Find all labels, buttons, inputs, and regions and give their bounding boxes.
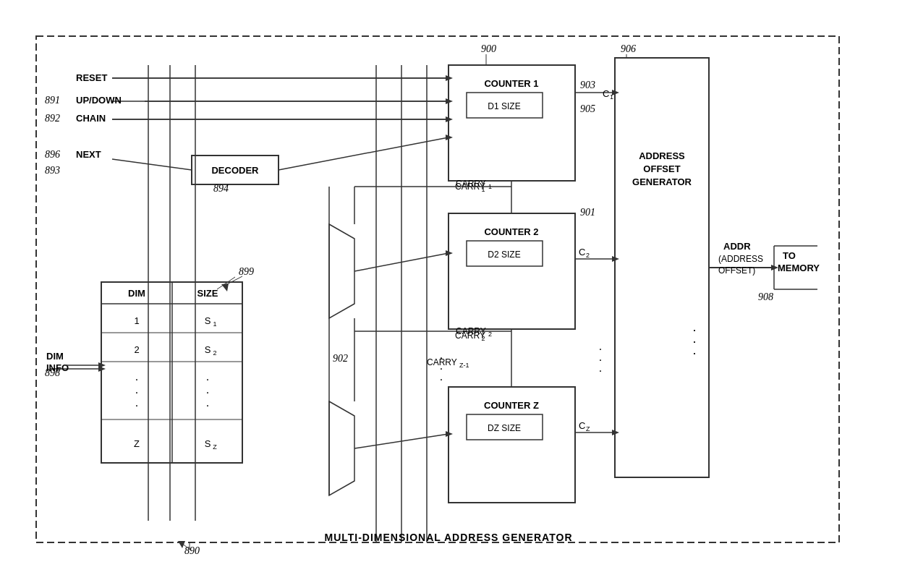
svg-text:COUNTER Z: COUNTER Z bbox=[484, 400, 539, 411]
svg-rect-1 bbox=[615, 58, 709, 477]
svg-marker-46 bbox=[329, 224, 354, 318]
svg-text:S: S bbox=[205, 438, 211, 449]
svg-text:892: 892 bbox=[45, 113, 60, 124]
svg-text:DIM: DIM bbox=[46, 351, 64, 362]
svg-text:Z: Z bbox=[586, 425, 590, 433]
svg-text:C: C bbox=[579, 420, 585, 431]
svg-text:Z-1: Z-1 bbox=[459, 362, 469, 369]
svg-text:C: C bbox=[579, 247, 585, 257]
svg-text:908: 908 bbox=[758, 291, 773, 302]
svg-text:TO: TO bbox=[783, 250, 796, 261]
svg-text:1: 1 bbox=[610, 93, 613, 101]
svg-text:902: 902 bbox=[333, 353, 348, 364]
svg-text:896: 896 bbox=[45, 149, 60, 160]
svg-text:MEMORY: MEMORY bbox=[778, 263, 820, 273]
svg-text:CARRY: CARRY bbox=[427, 357, 457, 367]
svg-text:·: · bbox=[135, 386, 138, 399]
svg-text:905: 905 bbox=[580, 103, 595, 114]
svg-text:COUNTER 2: COUNTER 2 bbox=[484, 226, 538, 237]
svg-text:UP/DOWN: UP/DOWN bbox=[76, 95, 122, 106]
svg-text:1: 1 bbox=[213, 320, 216, 328]
svg-text:D1 SIZE: D1 SIZE bbox=[488, 101, 520, 111]
svg-text:Z: Z bbox=[134, 438, 140, 449]
svg-text:2: 2 bbox=[488, 331, 492, 338]
svg-text:ADDR: ADDR bbox=[723, 241, 751, 252]
svg-text:RESET: RESET bbox=[76, 72, 107, 83]
svg-text:COUNTER 1: COUNTER 1 bbox=[484, 78, 538, 89]
svg-text:·: · bbox=[440, 373, 443, 385]
svg-text:1: 1 bbox=[134, 315, 139, 326]
svg-text:903: 903 bbox=[580, 80, 595, 90]
svg-text:·: · bbox=[206, 373, 209, 385]
svg-text:·: · bbox=[135, 373, 138, 385]
svg-text:·: · bbox=[206, 399, 209, 412]
svg-text:MULTI-DIMENSIONAL ADDRESS GENE: MULTI-DIMENSIONAL ADDRESS GENERATOR bbox=[324, 532, 572, 543]
svg-text:891: 891 bbox=[45, 95, 60, 106]
svg-text:900: 900 bbox=[481, 43, 496, 54]
svg-text:2: 2 bbox=[586, 252, 590, 259]
svg-text:C: C bbox=[603, 88, 609, 99]
svg-line-54 bbox=[112, 159, 192, 170]
svg-rect-0 bbox=[36, 36, 839, 542]
svg-text:1: 1 bbox=[488, 183, 492, 190]
svg-text:ADDRESS: ADDRESS bbox=[639, 150, 685, 161]
svg-text:OFFSET: OFFSET bbox=[643, 163, 680, 174]
svg-marker-158 bbox=[221, 284, 229, 291]
svg-text:SIZE: SIZE bbox=[197, 288, 218, 299]
svg-text:2: 2 bbox=[134, 344, 139, 355]
svg-text:NEXT: NEXT bbox=[76, 149, 101, 160]
svg-text:S: S bbox=[205, 315, 211, 326]
svg-text:(ADDRESS: (ADDRESS bbox=[718, 254, 763, 264]
svg-text:S: S bbox=[205, 344, 211, 355]
svg-text:894: 894 bbox=[213, 183, 229, 194]
svg-text:CARRY: CARRY bbox=[456, 326, 486, 336]
svg-text:GENERATOR: GENERATOR bbox=[632, 176, 692, 187]
svg-text:906: 906 bbox=[621, 43, 636, 54]
svg-text:DIM: DIM bbox=[128, 288, 145, 299]
svg-text:OFFSET): OFFSET) bbox=[718, 265, 755, 276]
svg-text:·: · bbox=[206, 386, 209, 399]
svg-text:CHAIN: CHAIN bbox=[76, 113, 106, 124]
svg-text:·: · bbox=[599, 365, 602, 377]
svg-text:CARRY: CARRY bbox=[456, 179, 486, 189]
svg-text:DZ SIZE: DZ SIZE bbox=[488, 423, 521, 433]
svg-text:·: · bbox=[692, 346, 696, 360]
diagram: ADDRESS OFFSET GENERATOR COUNTER 1 D1 SI… bbox=[0, 0, 897, 588]
svg-line-55 bbox=[279, 137, 448, 170]
svg-text:DECODER: DECODER bbox=[211, 165, 259, 176]
svg-text:901: 901 bbox=[580, 207, 595, 218]
svg-text:·: · bbox=[135, 399, 138, 412]
svg-text:893: 893 bbox=[45, 165, 60, 176]
svg-marker-47 bbox=[329, 401, 354, 495]
svg-text:D2 SIZE: D2 SIZE bbox=[488, 250, 520, 260]
svg-text:899: 899 bbox=[239, 266, 254, 277]
svg-text:INFO: INFO bbox=[46, 362, 69, 373]
svg-text:Z: Z bbox=[213, 443, 217, 451]
svg-text:2: 2 bbox=[213, 349, 216, 357]
